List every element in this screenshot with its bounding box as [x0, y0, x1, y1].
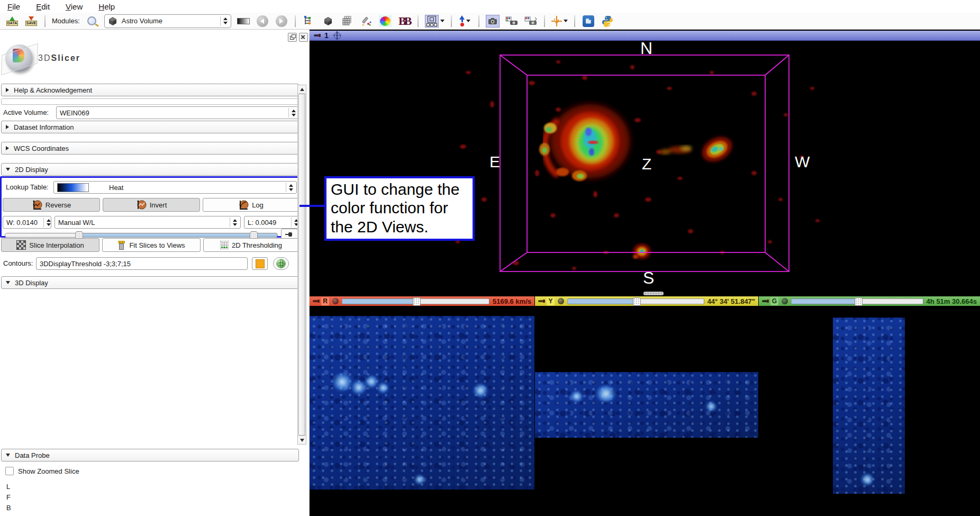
slider-handle[interactable] [413, 297, 421, 306]
gradient-icon [237, 18, 250, 24]
slicer-logo: 3DSlicer [5, 44, 80, 72]
extensions-manager-button[interactable] [582, 14, 595, 28]
section-2d-display[interactable]: 2D Display [1, 163, 299, 176]
layout-selector-button[interactable] [425, 14, 444, 28]
panel-close-button[interactable] [299, 33, 308, 42]
colormap-brain-button[interactable] [378, 14, 392, 28]
slice-red-image [310, 316, 534, 490]
slice-green-slider[interactable] [791, 298, 923, 304]
slider-handle[interactable] [633, 297, 641, 306]
slice-yellow-value: 44° 34' 51.847" [707, 297, 755, 305]
menu-file[interactable]: File [7, 2, 20, 11]
slice-view-green[interactable]: G 4h 51m 30.664s [759, 296, 980, 516]
interpolation-icon [16, 240, 26, 250]
module-panel: 3DSlicer Help & Acknowledgement Active V… [0, 30, 310, 516]
brain-colormap-icon [379, 15, 392, 27]
show-zoomed-slice-row: Show Zoomed Slice [5, 467, 79, 475]
slice-view-yellow[interactable]: Y 44° 34' 51.847" [535, 296, 758, 516]
python-console-button[interactable] [601, 14, 614, 28]
collapsed-arrow-icon [6, 88, 9, 92]
slider-handle[interactable] [855, 297, 863, 306]
probe-row-b: B [6, 504, 11, 512]
screenshot-button[interactable] [486, 14, 500, 28]
slice-view-red[interactable]: R 5169.6 km/s [310, 296, 534, 516]
crosshair-icon [551, 16, 562, 26]
load-data-button[interactable]: DATA [5, 14, 19, 28]
back-arrow-icon [257, 15, 268, 27]
scene-view-button[interactable] [505, 14, 519, 28]
annotation-box: GUI to change the color function for the… [324, 176, 475, 241]
screenshot-gradient-button[interactable] [237, 14, 250, 28]
fit-slices-button[interactable]: Fit Slices to Views [102, 238, 201, 252]
pin-icon[interactable] [762, 300, 767, 302]
section-3d-display[interactable]: 3D Display [1, 276, 299, 289]
pin-icon[interactable] [538, 300, 543, 302]
pin-icon[interactable] [314, 34, 319, 37]
collapsed-arrow-icon [6, 125, 9, 129]
section-dataset-information[interactable]: Dataset Information [1, 121, 299, 133]
reverse-button[interactable]: Reverse [3, 198, 100, 212]
wl-mode-selector[interactable]: Manual W/L [55, 216, 241, 229]
panel-float-button[interactable] [288, 33, 297, 42]
panel-scrollbar[interactable] [297, 85, 306, 445]
history-back-button[interactable] [256, 14, 269, 28]
slice-green-value: 4h 51m 30.664s [927, 297, 977, 305]
thresholding-2d-button[interactable]: 2D Thresholding [203, 238, 299, 252]
contour-color-button[interactable] [252, 257, 268, 270]
active-volume-selector[interactable]: WEIN069 [56, 106, 300, 119]
visibility-eye-icon[interactable] [558, 298, 564, 304]
color-swatch-icon [256, 259, 265, 268]
spinbox-arrows-icon [43, 218, 51, 227]
module-selector[interactable]: Astro Volume [104, 14, 231, 28]
modules-cube-button[interactable] [321, 14, 335, 28]
toolbar-separator [544, 15, 545, 27]
module-history-button[interactable] [302, 14, 316, 28]
window-level-range-slider[interactable] [5, 233, 278, 238]
visibility-eye-icon[interactable] [782, 298, 788, 304]
crosshair-button[interactable] [551, 14, 568, 28]
view3d-canvas[interactable]: N E W Z S [310, 41, 980, 296]
module-search-button[interactable] [85, 14, 99, 28]
slice-interpolation-button[interactable]: Slice Interpolation [1, 238, 99, 252]
menu-view[interactable]: View [66, 2, 83, 11]
save-button[interactable]: SAVE [24, 14, 38, 28]
log-button[interactable]: Log [203, 198, 299, 212]
toolbar-separator [574, 15, 575, 27]
extensions-icon [583, 15, 594, 27]
splitter-grip[interactable] [643, 292, 664, 295]
slice-red-slider[interactable] [342, 298, 489, 304]
volume-layers-button[interactable] [340, 14, 354, 28]
combo-spinner-icon [286, 183, 293, 192]
modules-cube-icon [323, 16, 333, 26]
fit-ruler-icon [117, 241, 126, 249]
section-help-acknowledgement[interactable]: Help & Acknowledgement [1, 84, 299, 96]
lookup-table-selector[interactable]: Heat [53, 181, 297, 194]
scrollbar-thumb[interactable] [298, 94, 305, 436]
section-data-probe[interactable]: Data Probe [1, 449, 299, 461]
bb-logo-button[interactable]: BB [397, 14, 411, 28]
invert-button[interactable]: Invert [103, 198, 200, 212]
slice-green-header: G 4h 51m 30.664s [759, 296, 980, 306]
annotation-pencil-button[interactable] [359, 14, 373, 28]
scroll-up-icon[interactable] [298, 85, 306, 94]
orientation-label-east: E [489, 153, 500, 171]
camera-icon [486, 15, 500, 28]
view-options-icon[interactable] [334, 32, 341, 39]
history-forward-button[interactable] [275, 14, 288, 28]
python-icon [602, 15, 613, 27]
contours-input[interactable]: 3DDisplayThreshold -3;3;7;15 [36, 257, 248, 270]
level-spinbox[interactable]: L: 0.0049 [244, 216, 299, 229]
slice-yellow-slider[interactable] [567, 298, 704, 304]
scene-view-restore-button[interactable] [524, 14, 538, 28]
section-wcs-coordinates[interactable]: WCS Coordinates [1, 142, 299, 155]
scroll-down-icon[interactable] [298, 436, 306, 444]
window-spinbox[interactable]: W: 0.0140 [3, 216, 51, 229]
menu-edit[interactable]: Edit [36, 2, 50, 11]
menu-help[interactable]: Help [98, 2, 115, 11]
transform-button[interactable] [458, 14, 472, 28]
show-zoomed-checkbox[interactable] [5, 467, 14, 475]
view-area: 1 [310, 30, 980, 516]
contour-world-button[interactable] [273, 257, 289, 270]
visibility-eye-icon[interactable] [332, 298, 339, 304]
pin-icon[interactable] [313, 300, 318, 302]
